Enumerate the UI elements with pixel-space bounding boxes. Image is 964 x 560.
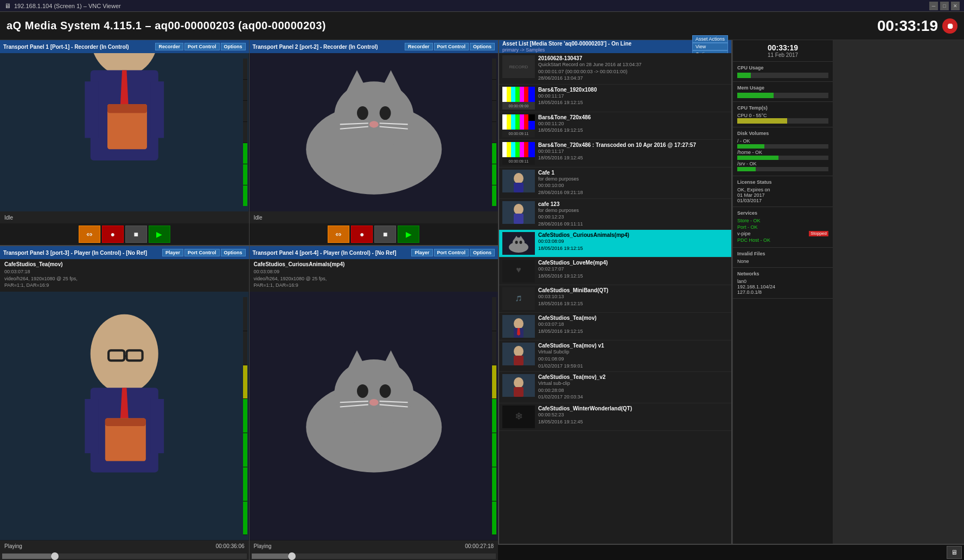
service-store: Store - OK — [737, 218, 828, 223]
list-item[interactable]: CafeStudios_CuriousAnimals(mp4) 00:03:08… — [499, 230, 731, 258]
panel3-timeline[interactable] — [2, 553, 247, 559]
panel1-status-bar: Idle — [0, 211, 249, 223]
transport-panel-1: Transport Panel 1 [Port-1] - Recorder (I… — [0, 40, 250, 245]
svg-text:00:00:09:11: 00:00:09:11 — [509, 159, 529, 163]
asset-details-6: CafeStudios_CuriousAnimals(mp4) 00:03:08… — [538, 232, 728, 252]
svg-rect-53 — [520, 87, 524, 102]
asset-details-11: CafeStudios_Tea(mov)_v2 Virtual sub-clip… — [538, 374, 728, 401]
list-item[interactable]: cafe 123 for demo purposes 00:00:12:23 2… — [499, 199, 731, 230]
list-item[interactable]: ❄ CafeStudios_WinterWonderland(QT) 00:00… — [499, 403, 731, 431]
svg-rect-52 — [515, 87, 520, 102]
invalid-files-label: Invalid Files — [737, 251, 828, 256]
list-item[interactable]: 00:00:09:00 Bars&Tone_1920x1080 00:00:11… — [499, 85, 731, 112]
asset-details-3: Bars&Tone_720x486 : Transcoded on 10 Apr… — [538, 142, 728, 162]
panel3-portcontrol-btn[interactable]: Port Control — [184, 249, 220, 256]
panel4-timeline-handle[interactable] — [288, 552, 296, 560]
asset-thumb-6 — [502, 232, 535, 255]
list-item[interactable]: 🎵 CafeStudios_MiniBand(QT) 00:03:10:13 1… — [499, 285, 731, 313]
svg-point-100 — [514, 346, 524, 357]
svg-rect-10 — [107, 104, 147, 113]
mem-usage-section: Mem Usage — [733, 82, 833, 102]
panel2-options-btn[interactable]: Options — [470, 43, 495, 50]
panel2-stop-btn[interactable]: ■ — [374, 226, 396, 243]
panel4-timeline[interactable] — [252, 553, 496, 559]
list-item[interactable]: Cafe 1 for demo purposes 00:00:10:00 28/… — [499, 168, 731, 199]
sidebar-clock: 00:33:19 — [737, 43, 828, 52]
panel4-portcontrol-btn[interactable]: Port Control — [434, 249, 469, 256]
mem-usage-label: Mem Usage — [737, 85, 828, 91]
svg-point-18 — [369, 121, 378, 128]
svg-point-41 — [369, 399, 378, 406]
panel2-recorder-btn[interactable]: Recorder — [405, 43, 433, 50]
list-item[interactable]: 00:00:09:11 Bars&Tone_720x486 : Transcod… — [499, 140, 731, 168]
panel1-recorder-btn[interactable]: Recorder — [155, 43, 183, 50]
panel1-record-btn[interactable]: ● — [102, 226, 124, 243]
asset-name-1: Bars&Tone_1920x1080 — [538, 87, 728, 93]
panel4-filename: CafeStudios_CuriousAnimals(mp4) — [254, 261, 494, 267]
disk-volumes-section: Disk Volumes / - OK /home - OK /srv - OK — [733, 127, 833, 176]
svg-point-79 — [514, 173, 524, 184]
svg-rect-72 — [515, 142, 520, 157]
svg-rect-55 — [528, 87, 535, 102]
close-button[interactable]: ✕ — [951, 2, 960, 10]
panel1-level-meter — [243, 59, 247, 206]
panel4-title: Transport Panel 4 [port-4] - Player (In … — [253, 250, 397, 256]
list-item[interactable]: CafeStudios_Tea(mov)_v2 Virtual sub-clip… — [499, 372, 731, 403]
cpu-temp-value: CPU 0 - 55°C — [737, 113, 828, 118]
asset-thumb-3: 00:00:09:11 — [502, 142, 535, 165]
list-item[interactable]: ♥ CafeStudios_LoveMe(mp4) 00:02:17:07 18… — [499, 258, 731, 285]
clock-display: 00:33:19 — [877, 17, 938, 35]
panel1-stop-btn[interactable]: ■ — [125, 226, 147, 243]
asset-name-4: Cafe 1 — [538, 170, 728, 176]
panel3-timeline-handle[interactable] — [51, 552, 59, 560]
license-section: License Status OK, Expires on 01 Mar 201… — [733, 176, 833, 207]
panel3-par: PAR=1:1, DAR=16:9 — [4, 282, 245, 289]
panel2-eject-btn[interactable]: ⇔ — [328, 226, 349, 243]
panel4-level-meter — [492, 297, 496, 535]
panel3-format: video/h264, 1920x1080 @ 25 fps, — [4, 275, 245, 282]
panel3-player-btn[interactable]: Player — [162, 249, 183, 256]
license-date: 01/03/2017 — [737, 198, 828, 203]
panel3-level-meter — [243, 297, 247, 535]
services-label: Services — [737, 210, 828, 216]
panel1-portcontrol-btn[interactable]: Port Control — [184, 43, 220, 50]
asset-thumb-11 — [502, 374, 535, 397]
svg-rect-62 — [515, 114, 520, 130]
svg-rect-104 — [514, 387, 524, 397]
mem-usage-fill — [737, 93, 774, 98]
panel4-format: video/h264, 1920x1080 @ 25 fps, — [254, 275, 494, 282]
service-pdc: PDC Host - OK — [737, 237, 828, 243]
asset-view-btn[interactable]: View — [692, 43, 728, 50]
asset-name-3: Bars&Tone_720x486 : Transcoded on 10 Apr… — [538, 142, 728, 148]
asset-actions-btn[interactable]: Asset Actions — [692, 35, 728, 43]
panel1-eject-btn[interactable]: ⇔ — [79, 226, 100, 243]
svg-point-40 — [379, 384, 391, 398]
minimize-button[interactable]: ─ — [929, 2, 938, 10]
list-item[interactable]: CafeStudios_Tea(mov) 00:03:07:18 18/05/2… — [499, 313, 731, 340]
networks-section: Networks lan0 192.168.1.104/24 127.0.0.1… — [733, 268, 833, 299]
list-item[interactable]: RECORD 20160628-130437 QuickStart Record… — [499, 53, 731, 85]
asset-list-title: Asset List [Media Store 'aq00-00000203']… — [502, 41, 692, 47]
svg-rect-4 — [150, 81, 164, 138]
panel4-player-btn[interactable]: Player — [411, 249, 432, 256]
panel2-record-btn[interactable]: ● — [351, 226, 373, 243]
svg-text:00:00:09:11: 00:00:09:11 — [509, 132, 529, 136]
system-tray-icon[interactable]: 🖥 — [947, 546, 962, 559]
panel4-options-btn[interactable]: Options — [470, 249, 495, 256]
svg-rect-27 — [150, 399, 164, 453]
panel3-options-btn[interactable]: Options — [221, 249, 246, 256]
panel2-portcontrol-btn[interactable]: Port Control — [434, 43, 469, 50]
maximize-button[interactable]: □ — [940, 2, 949, 10]
svg-point-96 — [514, 318, 524, 329]
asset-thumb-7: ♥ — [502, 260, 535, 282]
asset-details-0: 20160628-130437 QuickStart Record on 28 … — [538, 55, 728, 82]
panel1-play-btn[interactable]: ▶ — [149, 226, 170, 243]
list-item[interactable]: CafeStudios_Tea(mov) v1 Virtual Subclip … — [499, 340, 731, 372]
svg-rect-61 — [511, 114, 515, 130]
panel1-options-btn[interactable]: Options — [221, 43, 246, 50]
list-item[interactable]: 00:00:09:11 Bars&Tone_720x486 00:00:11:2… — [499, 112, 731, 140]
cpu-usage-label: CPU Usage — [737, 65, 828, 70]
cpu-temp-label: CPU Temp(s) — [737, 105, 828, 111]
panel2-play-btn[interactable]: ▶ — [398, 226, 419, 243]
service-vpipe-status: Stopped — [809, 231, 828, 236]
